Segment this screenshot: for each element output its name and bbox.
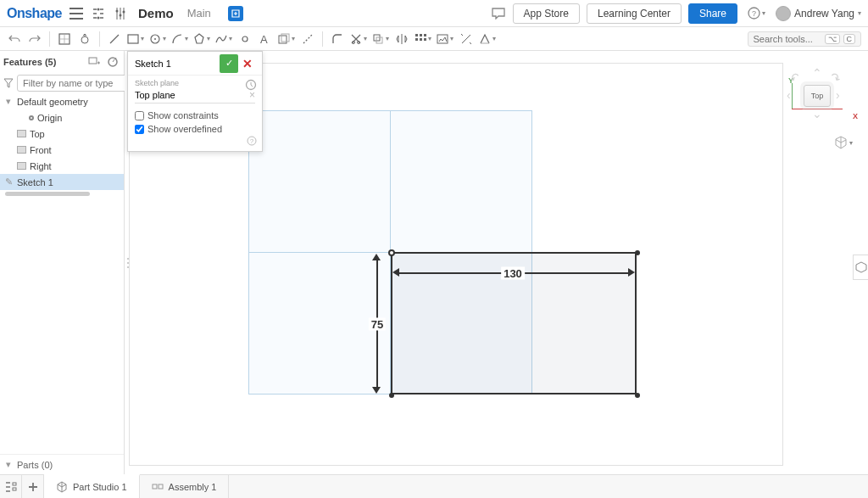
view-cube[interactable]: Y X Top ⌃ ⌄ ‹ › ↶ ↷ [783, 68, 851, 127]
tab-part-studio[interactable]: Part Studio 1 [44, 474, 140, 498]
svg-point-1 [97, 16, 99, 19]
document-tabs: Part Studio 1 Assembly 1 [0, 474, 868, 498]
features-panel: Features (5) ▾ Default geometry Origin T… [0, 51, 125, 474]
rotate-up-icon[interactable]: ⌃ [812, 66, 822, 80]
svg-rect-21 [420, 34, 422, 36]
pattern-tool-dropdown[interactable]: ▾ [415, 33, 431, 45]
share-button[interactable]: Share [688, 3, 737, 24]
rotate-right-icon[interactable]: › [836, 88, 840, 102]
rectangle-tool-dropdown[interactable]: ▾ [127, 34, 144, 44]
rotate-cw-icon[interactable]: ↷ [828, 70, 843, 87]
default-geometry-group[interactable]: ▾ Default geometry [0, 93, 124, 109]
cancel-button[interactable]: ✕ [240, 54, 255, 73]
axis-y-line [792, 83, 793, 109]
accept-button[interactable]: ✓ [220, 54, 238, 73]
checkbox[interactable] [135, 111, 144, 120]
rotate-down-icon[interactable]: ⌄ [812, 107, 822, 120]
svg-point-3 [119, 14, 121, 16]
sketch-plane-label: Sketch plane [135, 79, 255, 87]
parts-header[interactable]: ▾ Parts (0) [0, 454, 124, 474]
comments-icon[interactable] [491, 6, 506, 21]
line-tool-icon[interactable] [107, 31, 122, 47]
filter-icon[interactable] [3, 76, 14, 91]
dimension-arrow [372, 387, 381, 394]
menu-icon[interactable] [69, 6, 84, 21]
vertex-origin[interactable] [388, 249, 395, 256]
use-tool-dropdown[interactable]: ▾ [278, 33, 295, 45]
arc-tool-dropdown[interactable]: ▾ [171, 33, 188, 45]
search-tools-input[interactable] [754, 34, 821, 44]
construction-tool-icon[interactable] [300, 31, 315, 47]
circle-tool-dropdown[interactable]: ▾ [149, 33, 166, 45]
scrollbar-thumb[interactable] [5, 192, 90, 196]
show-constraints-checkbox[interactable]: Show constraints [128, 109, 262, 122]
assembly-icon [152, 481, 164, 493]
onshape-logo[interactable]: Onshape [7, 6, 62, 21]
svg-rect-35 [159, 484, 163, 489]
feature-add-icon[interactable] [86, 54, 102, 70]
extrude-tool-icon[interactable] [77, 31, 92, 47]
vertex[interactable] [389, 393, 394, 398]
polygon-tool-dropdown[interactable]: ▾ [193, 33, 210, 45]
view-cube-face[interactable]: Top [804, 85, 831, 107]
rotate-left-icon[interactable]: ‹ [787, 88, 791, 102]
sketch-dialog: Sketch 1 ✓ ✕ Sketch plane Top plane× Sho… [127, 51, 263, 152]
tree-config-icon[interactable] [91, 6, 106, 21]
search-tools[interactable]: ⌥ C [748, 31, 862, 47]
plane-icon [17, 146, 26, 154]
sketch-dialog-title: Sketch 1 [135, 59, 220, 69]
app-store-button[interactable]: App Store [513, 3, 580, 24]
dimension-width[interactable]: 130 [501, 267, 525, 280]
learning-center-button[interactable]: Learning Center [587, 3, 682, 24]
dimension-height[interactable]: 75 [369, 318, 386, 331]
tree-item-front[interactable]: Front [0, 142, 124, 158]
features-count: Features (5) [3, 57, 56, 67]
vertex[interactable] [635, 393, 640, 398]
dimension-tool-icon[interactable] [459, 31, 474, 47]
document-title[interactable]: Demo [138, 6, 174, 20]
show-overdefined-checkbox[interactable]: Show overdefined [128, 122, 262, 136]
mirror-tool-icon[interactable] [394, 31, 409, 47]
fillet-tool-icon[interactable] [330, 31, 345, 47]
add-tab-icon[interactable] [22, 475, 44, 499]
svg-rect-32 [13, 483, 16, 485]
constraint-tool-dropdown[interactable]: ▾ [479, 33, 496, 45]
history-icon[interactable] [245, 79, 257, 92]
sketch-tool-icon[interactable] [57, 31, 72, 47]
version-badge-icon[interactable] [228, 6, 243, 21]
undo-icon[interactable] [7, 31, 22, 47]
help-icon[interactable]: ? [247, 136, 257, 148]
settings-sliders-icon[interactable] [113, 6, 128, 21]
shortcut-hint: ⌥ [825, 34, 840, 44]
point-tool-icon[interactable] [237, 31, 253, 47]
document-branch[interactable]: Main [187, 7, 211, 20]
tree-item-right[interactable]: Right [0, 158, 124, 174]
spline-tool-dropdown[interactable]: ▾ [215, 34, 232, 44]
help-dropdown[interactable]: ? ▾ [744, 7, 769, 20]
text-tool-icon[interactable]: A [258, 31, 273, 47]
tab-assembly[interactable]: Assembly 1 [140, 475, 230, 499]
svg-text:?: ? [250, 137, 254, 145]
tab-manager-icon[interactable] [0, 475, 22, 499]
svg-point-12 [242, 36, 248, 42]
user-menu[interactable]: Andrew Yang ▾ [776, 6, 861, 21]
svg-point-0 [97, 8, 99, 10]
view-menu[interactable]: ▾ [834, 136, 853, 149]
tree-item-sketch1[interactable]: ✎ Sketch 1 [0, 174, 124, 190]
tree-item-top[interactable]: Top [0, 126, 124, 142]
svg-rect-15 [281, 34, 289, 42]
canvas[interactable]: Sketch 1 ✓ ✕ Sketch plane Top plane× Sho… [125, 51, 868, 474]
filter-row [0, 73, 124, 93]
trim-tool-dropdown[interactable]: ▾ [350, 33, 367, 45]
vertex[interactable] [635, 250, 640, 255]
svg-point-11 [154, 38, 156, 40]
svg-rect-14 [279, 36, 287, 43]
offset-tool-dropdown[interactable]: ▾ [372, 33, 389, 45]
feature-rollback-icon[interactable] [105, 54, 120, 70]
sketch-plane-field[interactable]: Top plane× [135, 87, 255, 104]
right-panel-toggle[interactable] [853, 255, 868, 280]
redo-icon[interactable] [27, 31, 42, 47]
checkbox[interactable] [135, 125, 144, 134]
image-tool-dropdown[interactable]: ▾ [437, 34, 453, 44]
tree-item-origin[interactable]: Origin [0, 109, 124, 126]
